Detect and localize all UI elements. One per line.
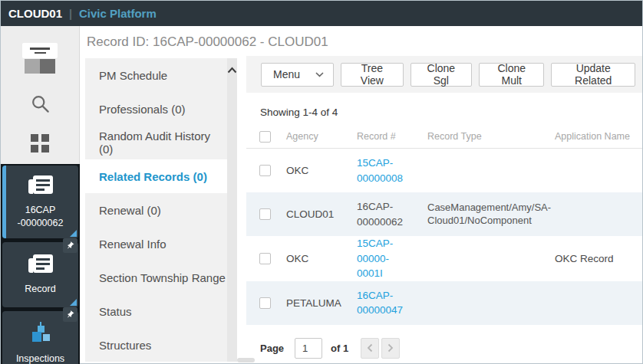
launchpad-icon[interactable] [22,43,58,74]
page-label: Page [260,343,284,354]
table-header-row: Agency Record # Record Type Application … [246,125,642,149]
column-header-record-number: Record # [351,131,421,142]
tile-resize-corner [70,299,77,306]
apps-grid-icon[interactable] [31,134,49,152]
chevron-left-icon [367,343,373,353]
row-checkbox[interactable] [259,297,271,309]
record-number-link[interactable]: 15CAP-00000-0001I [357,238,393,279]
tile-label: Inspections [16,353,64,364]
row-checkbox[interactable] [259,208,271,220]
column-header-agency: Agency [280,131,351,142]
tile-resize-corner [70,230,77,237]
nav-item-pm-schedule[interactable]: PM Schedule [85,58,227,92]
column-header-application-name: Application Name [549,131,642,142]
tile-label: 16CAP -00000062 [18,204,64,230]
nav-item-status[interactable]: Status [85,294,227,328]
nav-item-structures[interactable]: Structures [85,328,227,362]
agency-cell: OKC [280,165,351,176]
related-records-toolbar: Menu Tree View Clone Sgl Clone Mult Upda… [246,56,642,93]
record-nav-panel: PM Schedule Professionals (0) Random Aud… [85,58,237,362]
table-row: CLOUD01 16CAP-00000062 CaseManagement/Am… [246,192,642,236]
tile-16cap-00000062[interactable]: 16CAP -00000062 [2,166,78,238]
results-summary: Showing 1-4 of 4 [260,107,642,118]
row-checkbox[interactable] [259,253,271,264]
page-of-label: of 1 [331,343,348,354]
row-checkbox[interactable] [259,165,271,176]
pagination: Page of 1 [260,338,642,359]
record-icon [28,175,54,198]
table-row: OKC 15CAP-00000-0001I OKC Record [246,236,642,281]
agency-cell: PETALUMA [280,297,351,309]
nav-scrollbar[interactable] [227,58,237,362]
nav-item-random-audit-history[interactable]: Random Audit History (0) [85,126,227,159]
launchpad-sidebar: 16CAP -00000062 [1,26,80,364]
application-name-cell: OKC Record [549,253,642,264]
active-tile-indicator [2,166,6,238]
related-records-content: Menu Tree View Clone Sgl Clone Mult Upda… [246,56,642,363]
agency-cell: CLOUD01 [280,208,351,220]
tree-view-button[interactable]: Tree View [341,63,404,87]
nav-item-related-records[interactable]: Related Records (0) [85,159,237,193]
app-window: CLOUD01 | Civic Platform [0,0,643,364]
next-page-button[interactable] [381,338,400,359]
table-row: OKC 15CAP-00000008 [246,149,642,192]
menu-button[interactable]: Menu [261,63,334,87]
nav-item-renewal[interactable]: Renewal (0) [85,193,227,227]
product-name-link[interactable]: Civic Platform [79,7,157,20]
sidebar-icon-rail [1,26,80,164]
table-row: PETALUMA 16CAP-00000047 [246,281,642,325]
record-number-text: 16CAP-00000062 [357,201,403,228]
nav-item-renewal-info[interactable]: Renewal Info [85,227,227,261]
page-title: Record ID: 16CAP-00000062 - CLOUD01 [81,26,642,50]
page-number-input[interactable] [295,338,322,359]
nav-item-professionals[interactable]: Professionals (0) [85,92,227,126]
column-header-record-type: Record Type [421,131,549,142]
chevron-down-icon [315,72,324,77]
clone-sgl-button[interactable]: Clone Sgl [411,63,472,87]
pin-icon[interactable] [63,238,77,253]
update-related-button[interactable]: Update Related [551,63,635,87]
previous-page-button[interactable] [361,338,379,359]
agency-cell: OKC [280,253,351,264]
tile-record[interactable]: Record [2,242,78,307]
topbar-divider: | [69,8,72,20]
record-number-link[interactable]: 15CAP-00000008 [357,157,403,184]
agency-name: CLOUD01 [8,7,62,20]
record-icon [28,254,54,277]
search-icon[interactable] [30,93,51,114]
related-records-table: Agency Record # Record Type Application … [246,125,642,325]
horizontal-scrollbar-thumb[interactable] [237,358,255,362]
tile-label: Record [25,283,55,296]
record-number-link[interactable]: 16CAP-00000047 [357,290,403,316]
inspections-icon [29,322,52,347]
tile-inspections[interactable]: Inspections [2,311,78,364]
pin-icon[interactable] [63,307,77,322]
nav-item-section-township-range[interactable]: Section Township Range [85,261,227,294]
chevron-right-icon [387,343,394,353]
clone-mult-button[interactable]: Clone Mult [479,63,544,87]
record-type-cell: CaseManagement/Amy/SA-Cloud01/NoComponen… [421,202,549,228]
select-all-checkbox[interactable] [259,131,271,143]
menu-button-label: Menu [273,68,300,80]
launchpad-tiles: 16CAP -00000062 [1,164,80,364]
top-bar: CLOUD01 | Civic Platform [1,1,642,26]
chevron-up-icon[interactable] [227,63,237,77]
main-area: Record ID: 16CAP-00000062 - CLOUD01 PM S… [81,26,642,363]
